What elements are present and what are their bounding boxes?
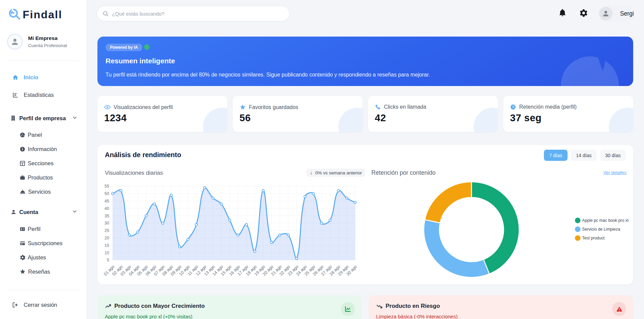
svg-text:40: 40	[105, 206, 109, 211]
svg-text:10: 10	[105, 251, 109, 255]
svg-text:Servicio de Limpieza: Servicio de Limpieza	[582, 227, 620, 232]
svg-text:Test product: Test product	[582, 236, 605, 240]
svg-text:15: 15	[105, 243, 109, 248]
svg-text:Apple pc mac book pro xl: Apple pc mac book pro xl	[582, 218, 628, 223]
svg-text:45: 45	[105, 199, 109, 204]
svg-text:5: 5	[107, 258, 109, 262]
svg-text:50: 50	[105, 191, 109, 196]
svg-text:30: 30	[105, 221, 109, 226]
svg-text:35: 35	[105, 214, 109, 218]
svg-text:20: 20	[105, 236, 109, 240]
svg-text:25: 25	[105, 228, 109, 233]
svg-text:55: 55	[105, 184, 109, 189]
